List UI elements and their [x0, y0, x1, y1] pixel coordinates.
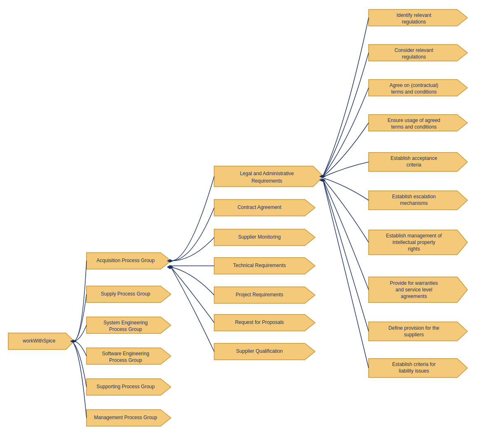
- conn-legal-consid-reg: [323, 53, 369, 176]
- node-ensure-terms: Ensure usage of agreed terms and conditi…: [369, 115, 467, 131]
- legal-label1: Legal and Administrative: [240, 171, 294, 176]
- escal-label2: mechanisms: [400, 200, 428, 206]
- conn-legal-escal: [323, 178, 369, 200]
- node-root: workWithSpice: [8, 333, 74, 349]
- sup-qual-label: Supplier Qualification: [236, 348, 283, 354]
- supplier-mon-label: Supplier Monitoring: [238, 234, 280, 240]
- conn-acq-rfp: [171, 267, 214, 323]
- tech-req-label: Technical Requirements: [233, 263, 286, 268]
- sys-label1: System Engineering: [103, 320, 147, 326]
- ip-rights-label1: Establish management of: [386, 233, 442, 239]
- node-proj-req: Project Requirements: [214, 287, 315, 303]
- conn-acq-proj-req: [171, 267, 214, 295]
- supporting-label: Supporting Process Group: [96, 384, 155, 389]
- ip-rights-label3: rights: [408, 246, 420, 252]
- liability-label1: Establish criteria for: [392, 361, 435, 367]
- node-legal: Legal and Administrative Requirements: [214, 166, 323, 187]
- node-provision: Define provision for the suppliers: [369, 322, 467, 341]
- sys-label2: Process Group: [109, 326, 142, 332]
- conn-legal-liability: [323, 181, 369, 368]
- node-warranties: Provide for warranties and service level…: [369, 277, 467, 303]
- node-accept-crit: Establish acceptance criteria: [369, 152, 467, 171]
- node-ip-rights: Establish management of intellectual pro…: [369, 230, 467, 255]
- liability-label2: liability issues: [399, 368, 429, 374]
- node-ident-reg: Identify relevant regulations: [369, 9, 467, 26]
- mind-map: workWithSpice Acquisition Process Group …: [0, 0, 486, 448]
- consid-reg-label1: Consider relevant: [395, 47, 434, 53]
- ip-rights-label2: intellectual property: [393, 239, 435, 245]
- provision-label2: suppliers: [404, 332, 424, 338]
- svg-marker-22: [369, 322, 467, 341]
- root-label: workWithSpice: [22, 338, 56, 344]
- warranties-label3: agreements: [401, 293, 427, 299]
- conn-acq-sup-qual: [171, 267, 214, 352]
- accept-crit-label2: criteria: [407, 162, 421, 168]
- node-supplier-mon: Supplier Monitoring: [214, 229, 315, 246]
- conn-root-mgmt: [73, 343, 86, 418]
- conn-acq-contract: [171, 208, 214, 261]
- conn-root-soft: [73, 341, 86, 356]
- node-escal: Establish escalation mechanisms: [369, 191, 467, 210]
- provision-label1: Define provision for the: [388, 325, 439, 331]
- node-rfp: Request for Proposals: [214, 314, 315, 331]
- acq-label: Acquisition Process Group: [96, 258, 155, 263]
- warranties-label2: and service level: [395, 287, 432, 293]
- ident-reg-label2: regulations: [402, 19, 426, 25]
- conn-acq-legal: [171, 176, 214, 261]
- node-contract: Contract Agreement: [214, 199, 315, 216]
- agree-terms-label2: terms and conditions: [391, 89, 437, 95]
- escal-label1: Establish escalation: [392, 194, 436, 199]
- ensure-terms-label1: Ensure usage of agreed: [388, 117, 440, 123]
- node-sys: System Engineering Process Group: [86, 317, 171, 333]
- ensure-terms-label2: terms and conditions: [391, 124, 437, 130]
- conn-legal-provision: [323, 181, 369, 331]
- node-sup: Supply Process Group: [86, 286, 171, 303]
- node-supporting: Supporting Process Group: [86, 379, 171, 395]
- conn-legal-warranties: [323, 180, 369, 290]
- accept-crit-label1: Establish acceptance: [390, 155, 437, 161]
- node-acq: Acquisition Process Group: [86, 253, 171, 269]
- node-consid-reg: Consider relevant regulations: [369, 45, 467, 61]
- ident-reg-label1: Identify relevant: [397, 12, 432, 18]
- conn-acq-supplier-mon: [171, 237, 214, 261]
- node-sup-qual: Supplier Qualification: [214, 343, 315, 360]
- agree-terms-label1: Agree on (contractual): [390, 82, 439, 88]
- contract-label: Contract Agreement: [238, 204, 282, 210]
- conn-legal-agree-terms: [323, 88, 369, 176]
- conn-root-sup: [73, 294, 86, 341]
- rfp-label: Request for Proposals: [235, 319, 284, 325]
- legal-label2: Requirements: [252, 178, 283, 184]
- conn-legal-accept-crit: [323, 162, 369, 177]
- node-soft: Software Engineering Process Group: [86, 348, 171, 364]
- warranties-label1: Provide for warranties: [390, 280, 438, 286]
- consid-reg-label2: regulations: [402, 54, 426, 60]
- soft-label1: Software Engineering: [102, 351, 150, 357]
- mgmt-label: Management Process Group: [94, 415, 157, 420]
- conn-legal-ident-reg: [323, 18, 369, 175]
- node-tech-req: Technical Requirements: [214, 258, 315, 274]
- proj-req-label: Project Requirements: [236, 292, 283, 298]
- node-liability: Establish criteria for liability issues: [369, 359, 467, 378]
- soft-label2: Process Group: [109, 357, 142, 363]
- node-agree-terms: Agree on (contractual) terms and conditi…: [369, 80, 467, 96]
- node-mgmt: Management Process Group: [86, 410, 171, 426]
- sup-label: Supply Process Group: [101, 291, 150, 297]
